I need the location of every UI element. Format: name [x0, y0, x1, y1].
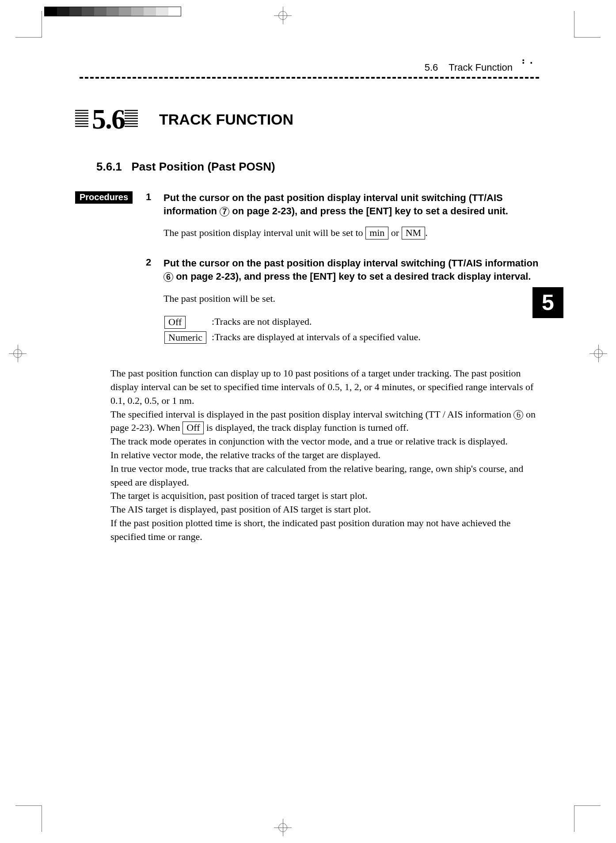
stripe-decor-icon — [125, 109, 138, 130]
grayscale-calibration-bar — [44, 7, 181, 16]
paragraph: The specified interval is displayed in t… — [110, 408, 539, 435]
crop-mark-icon — [15, 11, 42, 38]
key-min-label: min — [365, 227, 388, 239]
crop-mark-icon — [574, 11, 601, 38]
option-row: Off :Tracks are not displayed. — [164, 315, 425, 329]
step-instruction: Put the cursor on the past position disp… — [164, 191, 539, 217]
paragraph: The past position function can display u… — [110, 367, 539, 407]
crop-mark-icon — [15, 805, 42, 832]
options-table: Off :Tracks are not displayed. Numeric :… — [164, 314, 426, 346]
registration-mark-icon — [274, 819, 292, 836]
registration-mark-icon — [9, 345, 27, 362]
key-off-label: Off — [164, 316, 186, 328]
procedures-label: Procedures — [75, 191, 133, 204]
option-description: :Tracks are displayed at intervals of a … — [212, 330, 425, 345]
registration-mark-icon — [274, 7, 292, 24]
crop-mark-icon — [574, 805, 601, 832]
step-detail: The past position will be set. — [164, 292, 539, 306]
section-title: 5.6 TRACK FUNCTION — [75, 103, 539, 136]
paragraph: If the past position plotted time is sho… — [110, 516, 539, 544]
procedure-step-2: 2 Put the cursor on the past position di… — [146, 257, 539, 346]
step-number: 2 — [146, 257, 164, 346]
paragraph: The target is acquisition, past position… — [110, 489, 539, 503]
body-text: The past position function can display u… — [110, 367, 539, 543]
key-off-label: Off — [183, 422, 204, 434]
step-number: 1 — [146, 191, 164, 249]
registration-mark-icon — [589, 345, 607, 362]
section-title-text: TRACK FUNCTION — [159, 111, 293, 128]
step-instruction: Put the cursor on the past position disp… — [164, 257, 539, 283]
key-nm-label: NM — [402, 227, 425, 239]
paragraph: The AIS target is displayed, past positi… — [110, 503, 539, 516]
key-numeric-label: Numeric — [164, 331, 206, 344]
header-section-ref: 5.6 — [425, 62, 438, 73]
procedure-step-1: 1 Put the cursor on the past position di… — [146, 191, 539, 249]
circled-number-icon: 6 — [513, 410, 523, 420]
step-detail: The past position display interval unit … — [164, 226, 539, 240]
option-description: :Tracks are not displayed. — [212, 315, 425, 329]
subsection-title: 5.6.1 Past Position (Past POSN) — [96, 160, 539, 174]
dots-icon: ⠃⠂ — [521, 62, 537, 66]
page-header: 5.6 Track Function ⠃⠂ — [75, 62, 539, 79]
option-row: Numeric :Tracks are displayed at interva… — [164, 330, 425, 345]
stripe-decor-icon — [75, 109, 88, 130]
dashed-divider — [80, 77, 539, 79]
paragraph: The track mode operates in conjunction w… — [110, 435, 539, 448]
paragraph: In relative vector mode, the relative tr… — [110, 448, 539, 462]
chapter-tab: 5 — [532, 287, 563, 318]
paragraph: In true vector mode, true tracks that ar… — [110, 462, 539, 490]
circled-number-icon: 7 — [220, 207, 229, 216]
circled-number-icon: 6 — [164, 272, 173, 282]
header-section-name: Track Function — [449, 62, 513, 73]
section-number: 5.6 — [92, 103, 125, 136]
